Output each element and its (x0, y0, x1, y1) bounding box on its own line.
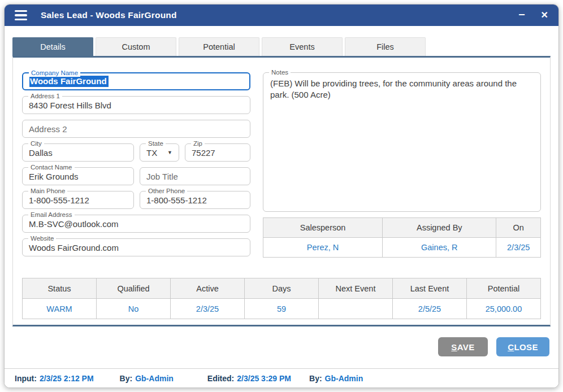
city-value: Dallas (29, 148, 53, 158)
salesperson-cell[interactable]: Perez, N (263, 238, 383, 258)
email-value: M.B-SVC@outlook.com (29, 219, 119, 229)
input-label: Input: (15, 374, 37, 383)
website-field[interactable]: Website Woods FairGround.com (22, 238, 250, 256)
notes-value: (FEB) Will be providing trees, for the c… (270, 79, 517, 99)
table-row[interactable]: Perez, N Gaines, R 2/3/25 (263, 238, 541, 258)
window-controls: – ✕ (518, 8, 548, 23)
edited-label: Edited: (207, 374, 234, 383)
company-name-label: Company Name (29, 69, 80, 77)
potential-cell[interactable]: 25,000.00 (467, 299, 541, 319)
status-table: Status Qualified Active Days Next Event … (22, 278, 541, 319)
zip-field[interactable]: Zip 75227 (185, 143, 250, 162)
address2-field[interactable]: Address 2 (22, 120, 250, 138)
address2-placeholder: Address 2 (29, 124, 67, 134)
last-event-header: Last Event (393, 278, 467, 299)
by-label: By: (309, 374, 322, 383)
edited-value: 2/3/25 3:29 PM (237, 374, 291, 383)
by-value: Gb-Admin (325, 374, 363, 383)
other-phone-value: 1-800-555-1212 (146, 195, 207, 205)
address1-field[interactable]: Address 1 8430 Forest Hills Blvd (22, 96, 250, 114)
notes-label: Notes (269, 68, 291, 76)
status-bar: Input: 2/3/25 2:12 PM By: Gb-Admin Edite… (5, 368, 558, 387)
contact-name-field[interactable]: Contact Name Erik Grounds (22, 167, 134, 185)
close-button[interactable]: CLOSE (496, 337, 549, 356)
state-select[interactable]: State TX ▼ (140, 143, 179, 162)
days-header: Days (245, 278, 319, 299)
active-header: Active (171, 278, 245, 299)
active-cell[interactable]: 2/3/25 (171, 299, 245, 319)
table-row[interactable]: WARM No 2/3/25 59 2/5/25 25,000.00 (23, 299, 541, 319)
tab-custom[interactable]: Custom (96, 37, 176, 56)
tab-potential[interactable]: Potential (179, 37, 259, 56)
notes-column: Notes (FEB) Will be providing trees, for… (263, 68, 541, 262)
status-header: Status (23, 278, 97, 299)
company-name-value: Woods FairGround (29, 76, 109, 87)
contact-name-value: Erik Grounds (29, 172, 79, 181)
address-column: Company Name Woods FairGround Address 1 … (22, 68, 250, 262)
zip-label: Zip (191, 140, 205, 147)
tab-details[interactable]: Details (12, 37, 93, 56)
table-header-row: Salesperson Assigned By On (263, 218, 541, 238)
other-phone-field[interactable]: Other Phone 1-800-555-1212 (140, 191, 250, 209)
by-label: By: (120, 374, 133, 383)
assignment-table: Salesperson Assigned By On Perez, N Gain… (263, 217, 541, 258)
action-button-row: SAVE CLOSE (5, 337, 558, 356)
save-button[interactable]: SAVE (438, 337, 488, 356)
address1-label: Address 1 (28, 92, 62, 100)
input-by: By: Gb-Admin (120, 374, 174, 383)
contact-name-label: Contact Name (28, 163, 75, 171)
main-phone-label: Main Phone (28, 187, 67, 195)
city-field[interactable]: City Dallas (22, 143, 134, 162)
title-bar: Sales Lead - Woods FairGround – ✕ (5, 5, 558, 26)
assigned-by-header: Assigned By (383, 218, 496, 238)
website-value: Woods FairGround.com (29, 243, 119, 252)
notes-field[interactable]: Notes (FEB) Will be providing trees, for… (263, 72, 541, 212)
zip-value: 75227 (192, 148, 215, 158)
potential-header: Potential (467, 278, 541, 299)
qualified-cell[interactable]: No (97, 299, 171, 319)
job-title-placeholder: Job Title (146, 172, 178, 181)
close-icon[interactable]: ✕ (541, 11, 548, 20)
website-label: Website (28, 234, 56, 242)
next-event-header: Next Event (319, 278, 393, 299)
email-field[interactable]: Email Address M.B-SVC@outlook.com (22, 215, 250, 233)
chevron-down-icon: ▼ (167, 150, 172, 155)
city-label: City (28, 140, 44, 147)
close-button-label: CLOSE (508, 342, 538, 352)
on-header: On (496, 218, 541, 238)
edited-by: By: Gb-Admin (309, 374, 363, 383)
minimize-icon[interactable]: – (518, 8, 525, 23)
on-cell[interactable]: 2/3/25 (496, 238, 541, 258)
input-value: 2/3/25 2:12 PM (40, 374, 94, 383)
save-button-label: SAVE (451, 342, 474, 352)
address1-value: 8430 Forest Hills Blvd (29, 101, 111, 110)
edited-timestamp: Edited: 2/3/25 3:29 PM (207, 374, 291, 383)
company-name-field[interactable]: Company Name Woods FairGround (22, 72, 250, 90)
email-label: Email Address (28, 211, 75, 219)
hamburger-menu-icon[interactable] (15, 10, 27, 21)
table-header-row: Status Qualified Active Days Next Event … (23, 278, 541, 299)
by-value: Gb-Admin (135, 374, 174, 383)
tab-files[interactable]: Files (345, 37, 426, 56)
main-phone-value: 1-800-555-1212 (29, 195, 89, 205)
state-value: TX (146, 148, 157, 158)
qualified-header: Qualified (97, 278, 171, 299)
state-label: State (146, 140, 166, 147)
status-cell[interactable]: WARM (23, 299, 97, 319)
window-title: Sales Lead - Woods FairGround (41, 10, 177, 20)
main-phone-field[interactable]: Main Phone 1-800-555-1212 (22, 191, 134, 209)
salesperson-header: Salesperson (263, 218, 383, 238)
last-event-cell[interactable]: 2/5/25 (393, 299, 467, 319)
details-panel: Company Name Woods FairGround Address 1 … (12, 56, 551, 326)
tab-events[interactable]: Events (262, 37, 343, 56)
other-phone-label: Other Phone (146, 187, 187, 195)
days-cell[interactable]: 59 (245, 299, 319, 319)
next-event-cell[interactable] (319, 299, 393, 319)
input-timestamp: Input: 2/3/25 2:12 PM (15, 374, 94, 383)
tab-bar: Details Custom Potential Events Files (5, 26, 558, 56)
job-title-field[interactable]: Job Title (140, 167, 250, 185)
assigned-by-cell[interactable]: Gaines, R (383, 238, 496, 258)
app-window: Sales Lead - Woods FairGround – ✕ Detail… (4, 4, 559, 388)
